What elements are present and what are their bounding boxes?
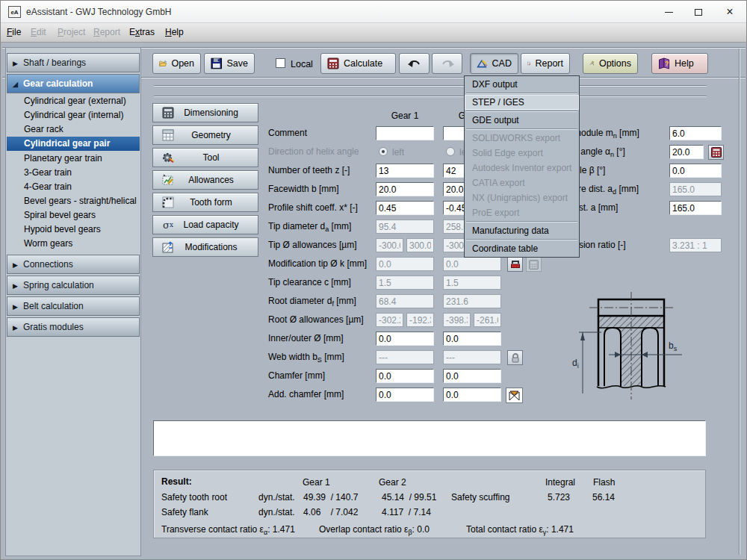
report-button[interactable]: Report xyxy=(521,53,570,74)
sidebar-header-gratis-modules[interactable]: ▶Gratis modules xyxy=(7,317,140,337)
safety-tooth-root-mode: dyn./stat. xyxy=(258,492,295,503)
menu-item-autodesk-inventor-export: Autodesk Inventor export xyxy=(465,161,579,175)
menu-item-catia-export: CATIA export xyxy=(465,175,579,190)
cad-button[interactable]: CAD xyxy=(470,53,518,74)
minimize-button[interactable] xyxy=(654,1,684,23)
root-diameter-gear2-output xyxy=(443,294,501,308)
save-button[interactable]: Save xyxy=(204,53,255,74)
sidebar-header-belt-calculation[interactable]: ▶Belt calculation xyxy=(7,296,140,316)
calculator-icon xyxy=(327,57,339,69)
web-width-lock-button[interactable] xyxy=(507,350,523,365)
expanded-arrow-icon: ◢ xyxy=(13,75,23,94)
sidebar-item-cylindrical-gear-external[interactable]: Cylindrical gear (external) xyxy=(7,94,140,108)
menu-item-dxf-output[interactable]: DXF output xyxy=(465,77,579,92)
result-gear1-header: Gear 1 xyxy=(303,477,330,488)
sidebar-header-connections[interactable]: ▶Connections xyxy=(7,255,140,274)
menu-item-step-iges[interactable]: STEP / IGES xyxy=(465,95,579,110)
help-book-icon: ? xyxy=(658,57,670,69)
tooth-form-button[interactable]: Tooth form xyxy=(152,193,258,212)
close-button[interactable]: × xyxy=(715,1,745,23)
sidebar-item-hypoid-bevel-gears[interactable]: Hypoid bevel gears xyxy=(7,223,140,237)
sidebar-header-spring-calculation[interactable]: ▶Spring calculation xyxy=(7,276,140,295)
maximize-icon xyxy=(695,9,702,16)
sidebar-item-3-gear-train[interactable]: 3-Gear train xyxy=(7,166,140,180)
add-chamfer-gear1-input[interactable] xyxy=(376,388,434,402)
helix-angle-input[interactable] xyxy=(669,164,722,178)
inner-outer-gear1-input[interactable] xyxy=(376,332,434,346)
centre-dist-input[interactable] xyxy=(669,201,722,215)
window-title: eAssistant - GWJ Technology GmbH xyxy=(26,7,172,17)
svg-text:?: ? xyxy=(665,60,669,67)
svg-text:bs: bs xyxy=(669,340,678,352)
sidebar-item-planetary-gear-train[interactable]: Planetary gear train xyxy=(7,152,140,166)
menu-item-manufacturing-data[interactable]: Manufacturing data xyxy=(465,223,579,238)
sidebar-header-gear-calculation[interactable]: ◢Gear calculation xyxy=(7,74,140,93)
sidebar-item-gear-rack[interactable]: Gear rack xyxy=(7,122,140,137)
allowances-button[interactable]: Allowances xyxy=(152,170,258,190)
open-button[interactable]: Open xyxy=(152,53,201,74)
app-icon: eA xyxy=(8,6,21,18)
dimensioning-button[interactable]: Dimensioning xyxy=(152,103,258,122)
options-button[interactable]: Options xyxy=(583,53,638,74)
chamfer-type-button[interactable] xyxy=(506,388,523,403)
minimize-icon xyxy=(665,12,673,13)
web-width-label: Web width bS [mm] xyxy=(268,352,376,364)
tip-calc-button xyxy=(526,257,542,272)
menu-help[interactable]: Help xyxy=(165,27,184,37)
sidebar-item-cylindrical-gear-pair[interactable]: Cylindrical gear pair xyxy=(7,137,140,151)
root-allowance-gear2-upper xyxy=(474,313,501,327)
safety-scuffing-flash: 56.14 xyxy=(592,492,615,503)
sidebar-item-bevel-gears[interactable]: Bevel gears - straight/helical xyxy=(7,194,140,208)
teeth-gear1-input[interactable] xyxy=(376,164,434,178)
chamfer-gear1-input[interactable] xyxy=(376,369,434,383)
maximize-button[interactable] xyxy=(684,1,713,23)
sidebar-item-4-gear-train[interactable]: 4-Gear train xyxy=(7,180,140,194)
grinding-tool-icon xyxy=(510,260,521,270)
tooth-form-icon xyxy=(160,195,176,210)
calculator-small-icon xyxy=(711,147,722,158)
sidebar-item-worm-gears[interactable]: Worm gears xyxy=(7,237,140,251)
tip-allowance-gear1-lower xyxy=(376,238,403,252)
radio-dot-icon xyxy=(382,150,385,153)
add-chamfer-gear2-input[interactable] xyxy=(443,388,501,402)
modifications-button[interactable]: Modifications xyxy=(152,237,258,257)
separator-line xyxy=(154,96,707,97)
pressure-angle-input[interactable] xyxy=(669,145,704,159)
menu-item-gde-output[interactable]: GDE output xyxy=(465,113,579,128)
undo-button[interactable] xyxy=(399,53,430,74)
facewidth-gear1-input[interactable] xyxy=(376,182,434,196)
calculate-button[interactable]: Calculate xyxy=(320,53,396,74)
comment-gear1-input[interactable] xyxy=(376,126,434,140)
cad-dropdown-menu: DXF output STEP / IGES GDE output SOLIDW… xyxy=(464,75,580,258)
collapsed-arrow-icon: ▶ xyxy=(13,55,23,73)
profile-shift-gear1-input[interactable] xyxy=(376,201,434,215)
tip-relief-tool-button[interactable] xyxy=(507,257,523,272)
result-panel: Result: Gear 1 Gear 2 Integral Flash Saf… xyxy=(153,470,706,538)
safety-flank-label: Safety flank xyxy=(161,507,208,517)
chamfer-gear2-input[interactable] xyxy=(443,369,501,383)
menu-file[interactable]: File xyxy=(7,27,21,37)
sidebar-header-shaft-bearings[interactable]: ▶Shaft / bearings xyxy=(7,53,140,72)
modification-tip-label: Modification tip Ø k [mm] xyxy=(268,258,376,270)
safety-scuffing-label: Safety scuffing xyxy=(451,492,510,503)
pressure-angle-calc-button[interactable] xyxy=(708,145,724,160)
root-allowance-gear1-lower xyxy=(376,313,403,327)
menu-extras[interactable]: Extras xyxy=(129,27,155,37)
load-capacity-button[interactable]: σx Load capacity xyxy=(152,215,258,234)
inner-outer-gear2-input[interactable] xyxy=(443,332,501,346)
local-checkbox[interactable] xyxy=(276,58,285,68)
helix-direction-label: Direction of helix angle xyxy=(268,146,376,158)
tool-button[interactable]: Tool xyxy=(152,148,258,167)
help-button[interactable]: ? Help xyxy=(651,53,708,74)
normal-module-input[interactable] xyxy=(669,126,722,140)
geometry-button[interactable]: Geometry xyxy=(152,125,258,145)
result-flash-header: Flash xyxy=(593,477,615,488)
transverse-contact-ratio: Transverse contact ratio εα: 1.471 xyxy=(161,524,295,536)
tool-gear-icon xyxy=(160,150,176,165)
root-allowance-gear2-lower xyxy=(443,313,471,327)
menu-item-coordinate-table[interactable]: Coordinate table xyxy=(465,241,579,256)
separator-line xyxy=(154,85,707,87)
sidebar-item-cylindrical-gear-internal[interactable]: Cylindrical gear (internal) xyxy=(7,108,140,122)
sidebar-item-spiral-bevel-gears[interactable]: Spiral bevel gears xyxy=(7,208,140,223)
menu-edit: Edit xyxy=(31,27,46,37)
